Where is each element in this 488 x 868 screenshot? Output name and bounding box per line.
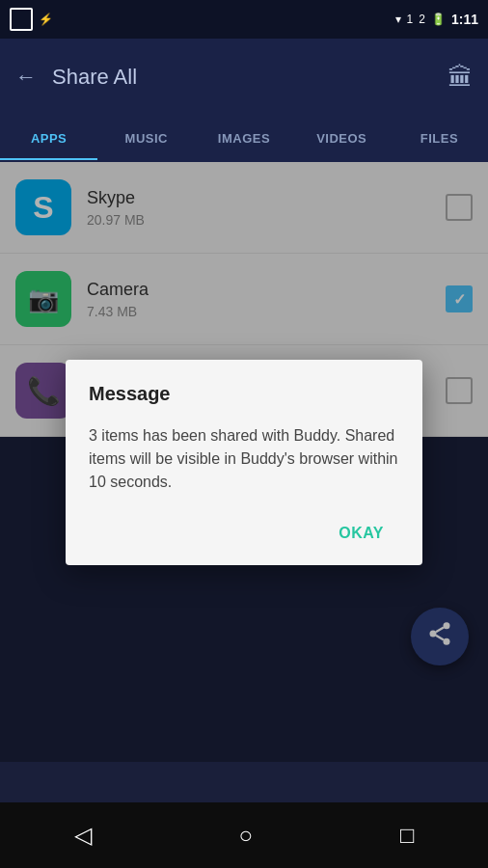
back-button[interactable]: ←	[15, 65, 37, 90]
back-nav-button[interactable]: ◁	[74, 822, 92, 849]
nav-bar: ◁ ○ □	[0, 802, 488, 868]
tab-files[interactable]: FILES	[391, 116, 488, 160]
tab-videos[interactable]: VIDEOS	[293, 116, 391, 160]
okay-button[interactable]: OKAY	[323, 517, 399, 550]
page-title: Share All	[52, 65, 137, 90]
content-area: S Skype 20.97 MB 📷 Camera 7.43 MB 📞	[0, 162, 488, 762]
app-icon-small	[10, 8, 33, 31]
app-bar-left: ← Share All	[15, 65, 137, 90]
status-bar-right: ▾ 1 2 🔋 1:11	[395, 12, 478, 27]
home-nav-button[interactable]: ○	[239, 822, 254, 849]
dialog-actions: OKAY	[89, 517, 399, 550]
tab-images[interactable]: IMAGES	[195, 116, 292, 160]
recent-nav-button[interactable]: □	[400, 822, 415, 849]
dialog-message: 3 items has been shared with Buddy. Shar…	[89, 424, 399, 494]
status-bar-left: ⚡	[10, 8, 53, 31]
tab-music[interactable]: MUSIC	[97, 116, 195, 160]
message-dialog: Message 3 items has been shared with Bud…	[66, 360, 422, 565]
battery-icon: 🔋	[431, 13, 446, 26]
tab-apps[interactable]: APPS	[0, 116, 97, 160]
wifi-icon: ▾	[395, 13, 401, 26]
app-bar: ← Share All 🏛	[0, 39, 488, 116]
dialog-title: Message	[89, 383, 399, 405]
status-bar: ⚡ ▾ 1 2 🔋 1:11	[0, 0, 488, 39]
signal1-icon: 1	[407, 13, 414, 26]
dialog-overlay: Message 3 items has been shared with Bud…	[0, 162, 488, 762]
tabs-bar: APPS MUSIC IMAGES VIDEOS FILES	[0, 116, 488, 162]
status-time: 1:11	[451, 12, 478, 27]
share-history-icon[interactable]: 🏛	[447, 63, 473, 93]
android-icon: ⚡	[39, 13, 53, 26]
signal2-icon: 2	[419, 13, 425, 26]
